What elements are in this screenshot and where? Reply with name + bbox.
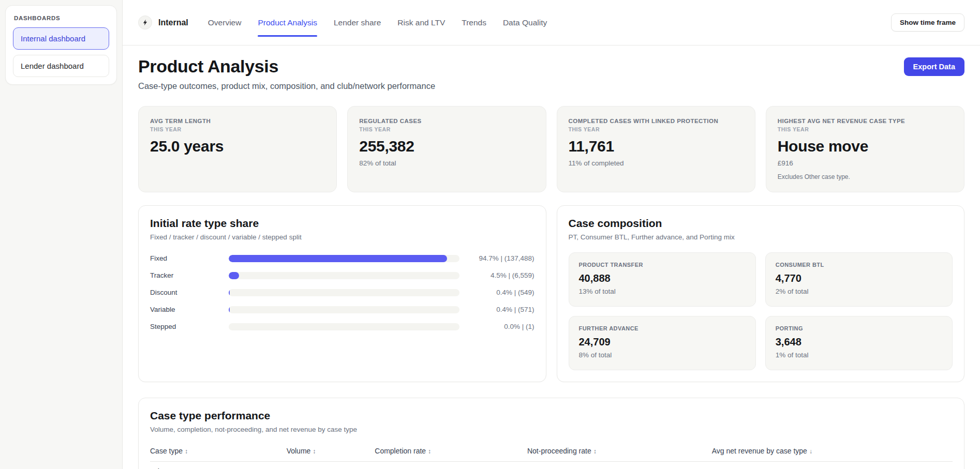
panel-subtitle: Fixed / tracker / discount / variable / … xyxy=(150,233,534,241)
sidebar-item-label: Internal dashboard xyxy=(21,34,85,43)
bar-track xyxy=(229,323,459,330)
tab-overview[interactable]: Overview xyxy=(208,15,242,31)
bar-fill xyxy=(229,306,230,313)
comp-value: 40,888 xyxy=(579,273,746,284)
page-title: Product Analysis xyxy=(138,56,435,77)
stat-label: HIGHEST AVG NET REVENUE CASE TYPE xyxy=(778,118,953,124)
comp-label: PRODUCT TRANSFER xyxy=(579,262,746,268)
column-header-avg-net-revenue[interactable]: Avg net revenue by case type↓ xyxy=(712,442,953,462)
bar-row-discount: Discount 0.4% | (549) xyxy=(150,289,534,296)
comp-subtext: 1% of total xyxy=(776,351,942,359)
comp-label: CONSUMER BTL xyxy=(776,262,942,268)
bar-value: 4.5% | (6,559) xyxy=(459,271,534,279)
rate-type-share-panel: Initial rate type share Fixed / tracker … xyxy=(138,205,546,382)
brand-name: Internal xyxy=(158,18,188,27)
tab-risk-and-ltv[interactable]: Risk and LTV xyxy=(397,15,445,31)
title-row: Product Analysis Case-type outcomes, pro… xyxy=(138,56,964,91)
column-label: Volume xyxy=(287,447,311,455)
comp-label: PORTING xyxy=(776,325,942,331)
panel-subtitle: Volume, completion, not-proceeding, and … xyxy=(150,426,953,433)
rate-share-bar-chart: Fixed 94.7% | (137,488) Tracker 4.5% | (… xyxy=(150,254,534,330)
bar-label: Stepped xyxy=(150,323,229,330)
comp-label: FURTHER ADVANCE xyxy=(579,325,746,331)
tab-product-analysis[interactable]: Product Analysis xyxy=(258,15,317,31)
composition-grid: PRODUCT TRANSFER 40,888 13% of total CON… xyxy=(569,252,953,370)
brand-logo-icon xyxy=(138,16,152,29)
comp-card-further-advance: FURTHER ADVANCE 24,709 8% of total xyxy=(569,316,756,370)
title-block: Product Analysis Case-type outcomes, pro… xyxy=(138,56,435,91)
column-header-case-type[interactable]: Case type↕ xyxy=(150,442,287,462)
tab-data-quality[interactable]: Data Quality xyxy=(503,15,547,31)
sort-icon: ↕ xyxy=(593,448,597,455)
bar-label: Discount xyxy=(150,289,229,296)
stat-label: COMPLETED CASES WITH LINKED PROTECTION xyxy=(569,118,744,124)
stat-value: 25.0 years xyxy=(150,138,325,155)
comp-subtext: 8% of total xyxy=(579,351,746,359)
bar-track xyxy=(229,255,459,262)
stat-subtext: 82% of total xyxy=(359,159,534,167)
tab-lender-share[interactable]: Lender share xyxy=(334,15,381,31)
comp-subtext: 13% of total xyxy=(579,288,746,295)
cell-completion-rate: 43.6% xyxy=(375,462,527,469)
column-label: Not-proceeding rate xyxy=(527,447,591,455)
tab-trends[interactable]: Trends xyxy=(462,15,486,31)
bar-value: 0.4% | (549) xyxy=(459,289,534,296)
stat-subtext: 11% of completed xyxy=(569,159,744,167)
bar-row-fixed: Fixed 94.7% | (137,488) xyxy=(150,254,534,262)
stat-label: REGULATED CASES xyxy=(359,118,534,124)
table-row-other: Other 42,172 43.6% 20.6% £989 xyxy=(150,462,953,469)
cell-case-type: Other xyxy=(150,462,287,469)
brand: Internal xyxy=(138,16,188,29)
cell-avg-net-revenue: £989 xyxy=(712,462,953,469)
stat-note: Excludes Other case type. xyxy=(778,173,953,180)
bar-track xyxy=(229,272,459,279)
dashboards-section-label: DASHBOARDS xyxy=(14,15,108,21)
comp-card-product-transfer: PRODUCT TRANSFER 40,888 13% of total xyxy=(569,252,756,307)
comp-value: 3,648 xyxy=(776,336,942,348)
stat-period: THIS YEAR xyxy=(359,126,534,132)
stat-card-highest-avg-net-revenue: HIGHEST AVG NET REVENUE CASE TYPE THIS Y… xyxy=(766,106,964,192)
sort-icon: ↕ xyxy=(185,448,188,455)
comp-card-consumer-btl: CONSUMER BTL 4,770 2% of total xyxy=(765,252,953,307)
bar-fill xyxy=(229,255,447,262)
sort-icon: ↓ xyxy=(809,448,812,455)
bar-track xyxy=(229,289,459,296)
stat-value: 255,382 xyxy=(359,138,534,155)
column-header-volume[interactable]: Volume↕ xyxy=(287,442,375,462)
tab-bar: Overview Product Analysis Lender share R… xyxy=(208,15,547,31)
column-header-not-proceeding-rate[interactable]: Not-proceeding rate↕ xyxy=(527,442,712,462)
panel-subtitle: PT, Consumer BTL, Further advance, and P… xyxy=(569,233,953,241)
bar-label: Tracker xyxy=(150,271,229,279)
bar-value: 94.7% | (137,488) xyxy=(459,254,534,262)
cell-volume: 42,172 xyxy=(287,462,375,469)
cell-not-proceeding-rate: 20.6% xyxy=(527,462,712,469)
show-time-frame-button[interactable]: Show time frame xyxy=(891,13,964,32)
column-label: Avg net revenue by case type xyxy=(712,447,807,455)
export-data-button[interactable]: Export Data xyxy=(904,57,964,76)
page-content: Product Analysis Case-type outcomes, pro… xyxy=(123,56,980,469)
bar-row-variable: Variable 0.4% | (571) xyxy=(150,306,534,313)
bar-label: Fixed xyxy=(150,254,229,262)
bar-label: Variable xyxy=(150,306,229,313)
stat-period: THIS YEAR xyxy=(778,126,953,132)
stat-card-regulated-cases: REGULATED CASES THIS YEAR 255,382 82% of… xyxy=(347,106,546,192)
stat-card-linked-protection: COMPLETED CASES WITH LINKED PROTECTION T… xyxy=(557,106,755,192)
case-type-performance-table: Case type↕ Volume↕ Completion rate↕ Not-… xyxy=(150,442,953,469)
main-area: Internal Overview Product Analysis Lende… xyxy=(123,0,980,469)
stat-card-avg-term-length: AVG TERM LENGTH THIS YEAR 25.0 years xyxy=(138,106,337,192)
bar-row-tracker: Tracker 4.5% | (6,559) xyxy=(150,271,534,279)
top-nav: Internal Overview Product Analysis Lende… xyxy=(123,0,980,46)
app-layout: DASHBOARDS Internal dashboard Lender das… xyxy=(0,0,980,469)
bar-value: 0.4% | (571) xyxy=(459,306,534,313)
sidebar-item-lender-dashboard[interactable]: Lender dashboard xyxy=(13,55,109,77)
sidebar-item-internal-dashboard[interactable]: Internal dashboard xyxy=(13,27,109,50)
stat-period: THIS YEAR xyxy=(569,126,744,132)
stat-card-row: AVG TERM LENGTH THIS YEAR 25.0 years REG… xyxy=(138,106,964,192)
page-subtitle: Case-type outcomes, product mix, composi… xyxy=(138,81,435,91)
sidebar-item-label: Lender dashboard xyxy=(21,62,84,70)
bar-fill xyxy=(229,272,239,279)
column-header-completion-rate[interactable]: Completion rate↕ xyxy=(375,442,527,462)
sort-icon: ↕ xyxy=(428,448,431,455)
panel-title: Case type performance xyxy=(150,410,953,422)
stat-label: AVG TERM LENGTH xyxy=(150,118,325,124)
